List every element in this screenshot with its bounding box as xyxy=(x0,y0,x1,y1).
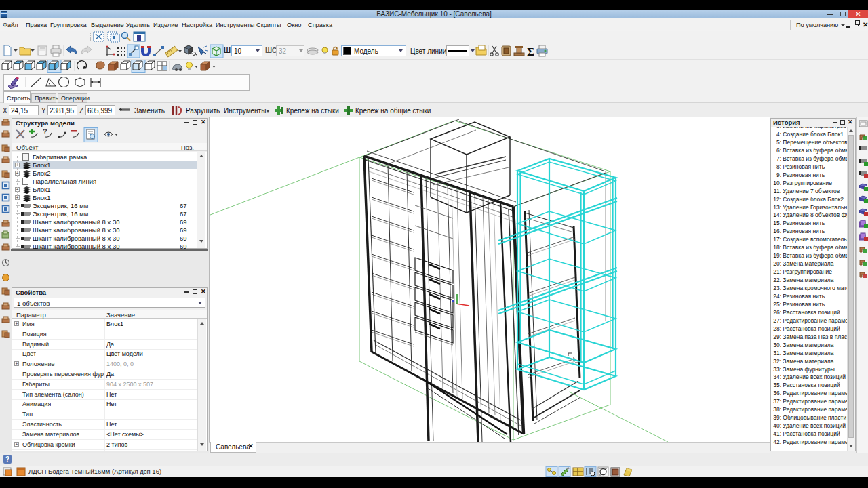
svg-text:Σ: Σ xyxy=(527,45,534,58)
svg-text:?: ? xyxy=(43,127,47,136)
